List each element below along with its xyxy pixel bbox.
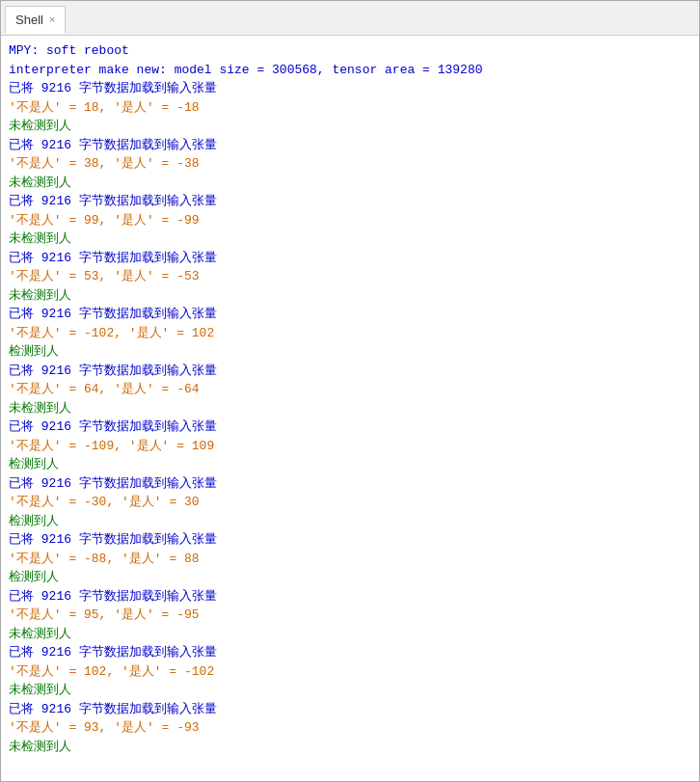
main-window: Shell × MPY: soft rebootinterpreter make…: [0, 0, 700, 782]
console-line: 已将 9216 字节数据加载到输入张量: [9, 700, 691, 719]
console-line: '不是人' = 99, '是人' = -99: [9, 211, 691, 230]
console-line: MPY: soft reboot: [9, 41, 691, 61]
console-line: 已将 9216 字节数据加载到输入张量: [9, 530, 691, 550]
console-line: 已将 9216 字节数据加载到输入张量: [9, 418, 691, 437]
shell-tab[interactable]: Shell ×: [5, 6, 66, 34]
console-line: '不是人' = 18, '是人' = -18: [9, 98, 691, 118]
console-line: 未检测到人: [9, 399, 691, 418]
console-line: 未检测到人: [9, 229, 691, 249]
console-line: 已将 9216 字节数据加载到输入张量: [9, 362, 691, 381]
console-line: 未检测到人: [9, 286, 691, 306]
console-line: 已将 9216 字节数据加载到输入张量: [9, 192, 691, 211]
tab-label: Shell: [15, 13, 43, 27]
console-line: 未检测到人: [9, 738, 691, 757]
console-line: '不是人' = -88, '是人' = 88: [9, 550, 691, 569]
tab-close-button[interactable]: ×: [49, 14, 55, 25]
console-line: '不是人' = 64, '是人' = -64: [9, 380, 691, 399]
console-line: 已将 9216 字节数据加载到输入张量: [9, 249, 691, 268]
console-line: 未检测到人: [9, 117, 691, 136]
console-output: MPY: soft rebootinterpreter make new: mo…: [1, 36, 699, 781]
title-bar: Shell ×: [1, 1, 699, 36]
console-line: 未检测到人: [9, 625, 691, 644]
console-line: 检测到人: [9, 512, 691, 531]
console-line: interpreter make new: model size = 30056…: [9, 61, 691, 80]
console-line: '不是人' = 93, '是人' = -93: [9, 718, 691, 738]
console-line: 已将 9216 字节数据加载到输入张量: [9, 136, 691, 155]
console-line: 未检测到人: [9, 681, 691, 700]
console-line: 已将 9216 字节数据加载到输入张量: [9, 587, 691, 607]
console-line: 检测到人: [9, 342, 691, 362]
console-line: 已将 9216 字节数据加载到输入张量: [9, 643, 691, 662]
console-line: '不是人' = 53, '是人' = -53: [9, 267, 691, 286]
console-line: 检测到人: [9, 455, 691, 474]
console-line: '不是人' = 102, '是人' = -102: [9, 662, 691, 682]
console-line: '不是人' = -30, '是人' = 30: [9, 493, 691, 512]
console-line: 已将 9216 字节数据加载到输入张量: [9, 79, 691, 98]
console-line: 已将 9216 字节数据加载到输入张量: [9, 305, 691, 324]
console-line: '不是人' = -109, '是人' = 109: [9, 437, 691, 456]
console-line: '不是人' = 95, '是人' = -95: [9, 606, 691, 625]
console-line: 检测到人: [9, 568, 691, 587]
console-line: 未检测到人: [9, 174, 691, 193]
console-line: '不是人' = -102, '是人' = 102: [9, 324, 691, 343]
console-line: '不是人' = 38, '是人' = -38: [9, 154, 691, 174]
console-line: 已将 9216 字节数据加载到输入张量: [9, 474, 691, 494]
